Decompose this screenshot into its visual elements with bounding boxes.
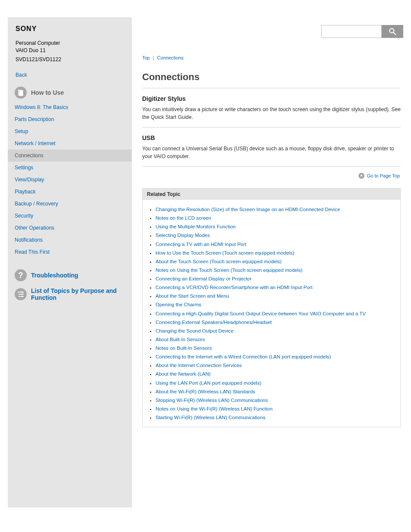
sidebar-item[interactable]: Read This First bbox=[8, 246, 132, 258]
sidebar-item[interactable]: Notifications bbox=[8, 234, 132, 246]
related-link[interactable]: Connecting External Speakers/Headphones/… bbox=[156, 320, 272, 325]
search-button[interactable] bbox=[382, 25, 403, 38]
sidebar-item-link[interactable]: View/Display bbox=[8, 174, 132, 186]
related-list: Changing the Resolution (Size) of the Sc… bbox=[143, 200, 400, 427]
related-item: Connecting an External Display or Projec… bbox=[156, 274, 396, 283]
sidebar-item-link[interactable]: Read This First bbox=[8, 246, 132, 258]
related-link[interactable]: Connecting to the Internet with a Wired … bbox=[156, 354, 331, 359]
related-item: Notes on Built-In Sensors bbox=[156, 344, 396, 352]
related-item: Notes on Using the Wi-Fi(R) (Wireless LA… bbox=[156, 404, 396, 413]
sidebar-item[interactable]: Connections bbox=[8, 149, 132, 162]
sidebar-item[interactable]: Settings bbox=[8, 162, 132, 174]
go-to-top[interactable]: Go to Page Top bbox=[142, 167, 401, 188]
sidebar-item[interactable]: Playback bbox=[8, 186, 132, 198]
sidebar-nav-list: Windows 8: The BasicsParts DescriptionSe… bbox=[8, 101, 132, 258]
nav-functions-row[interactable]: List of Topics by Purpose and Function bbox=[15, 287, 132, 301]
related-link[interactable]: Changing the Resolution (Size) of the Sc… bbox=[156, 207, 340, 212]
svg-rect-10 bbox=[19, 296, 20, 297]
related-link[interactable]: Changing the Sound Output Device bbox=[156, 328, 234, 333]
sidebar-item-link[interactable]: Network / Internet bbox=[8, 137, 132, 149]
breadcrumb-current: Connections bbox=[157, 55, 184, 60]
related-item: Stopping Wi-Fi(R) (Wireless LAN) Communi… bbox=[156, 396, 396, 404]
nav-troubleshooting-link[interactable]: Troubleshooting bbox=[31, 272, 78, 279]
related-link[interactable]: Using the Multiple Monitors Function bbox=[156, 224, 236, 229]
sidebar-item[interactable]: Security bbox=[8, 210, 132, 222]
sidebar-item-link[interactable]: Backup / Recovery bbox=[8, 198, 132, 210]
related-link[interactable]: Notes on Using the Wi-Fi(R) (Wireless LA… bbox=[156, 406, 273, 411]
related-link[interactable]: About the Wi-Fi(R) (Wireless LAN) Standa… bbox=[156, 389, 255, 394]
sidebar-item[interactable]: Network / Internet bbox=[8, 137, 132, 149]
related-item: Connecting External Speakers/Headphones/… bbox=[156, 318, 396, 327]
sidebar-item-link[interactable]: Security bbox=[8, 210, 132, 222]
related-link[interactable]: About the Internet Connection Services bbox=[156, 363, 242, 368]
related-link[interactable]: Connecting a VCR/DVD Recorder/Smartphone… bbox=[156, 285, 312, 290]
related-link[interactable]: Opening the Charms bbox=[156, 302, 201, 307]
nav-secondary: ? Troubleshooting L bbox=[8, 269, 132, 301]
search-input[interactable] bbox=[321, 25, 382, 38]
sidebar-item-link[interactable]: Other Operations bbox=[8, 222, 132, 234]
sidebar-item[interactable]: Windows 8: The Basics bbox=[8, 101, 132, 113]
related-item: How to Use the Touch Screen (Touch scree… bbox=[156, 249, 396, 257]
back-link[interactable]: Back bbox=[16, 72, 132, 78]
related-topics: Related Topic Changing the Resolution (S… bbox=[142, 188, 401, 427]
breadcrumb: Top | Connections bbox=[142, 55, 401, 60]
related-link[interactable]: Connecting an External Display or Projec… bbox=[156, 276, 252, 281]
section-body: You can connect a Universal Serial Bus (… bbox=[142, 145, 401, 160]
svg-text:?: ? bbox=[19, 271, 23, 280]
sidebar-item-link[interactable]: Setup bbox=[8, 125, 132, 137]
related-link[interactable]: Starting Wi-Fi(R) (Wireless LAN) Communi… bbox=[156, 415, 265, 420]
section-heading: Digitizer Stylus bbox=[142, 95, 401, 102]
sidebar-item[interactable]: Backup / Recovery bbox=[8, 198, 132, 210]
sidebar-item-link[interactable]: Windows 8: The Basics bbox=[8, 101, 132, 113]
sidebar-item[interactable]: View/Display bbox=[8, 174, 132, 186]
related-item: About the Touch Screen (Touch screen equ… bbox=[156, 257, 396, 266]
related-item: About the Start Screen and Menu bbox=[156, 292, 396, 300]
sidebar-item-link[interactable]: Settings bbox=[8, 162, 132, 174]
sidebar-item-link[interactable]: Notifications bbox=[8, 234, 132, 246]
nav-functions-link[interactable]: List of Topics by Purpose and Function bbox=[31, 287, 132, 301]
related-link[interactable]: About the Touch Screen (Touch screen equ… bbox=[156, 259, 282, 264]
sidebar-item[interactable]: Other Operations bbox=[8, 222, 132, 234]
related-link[interactable]: Connecting a TV with an HDMI Input Port bbox=[156, 242, 246, 247]
related-item: Opening the Charms bbox=[156, 300, 396, 309]
related-item: Connecting to the Internet with a Wired … bbox=[156, 352, 396, 361]
sidebar-item[interactable]: Setup bbox=[8, 125, 132, 137]
related-item: About the Wi-Fi(R) (Wireless LAN) Standa… bbox=[156, 387, 396, 396]
related-item: About the Network (LAN) bbox=[156, 370, 396, 378]
sidebar-item-link[interactable]: Parts Description bbox=[8, 113, 132, 125]
brand-text: SONY bbox=[16, 25, 37, 32]
related-link[interactable]: About the Network (LAN) bbox=[156, 371, 211, 376]
search-bar bbox=[321, 25, 403, 38]
section-heading: USB bbox=[142, 134, 401, 141]
related-link[interactable]: About the Start Screen and Menu bbox=[156, 293, 229, 299]
section: USBYou can connect a Universal Serial Bu… bbox=[142, 127, 401, 166]
related-link[interactable]: About Built-In Sensors bbox=[156, 337, 205, 342]
related-link[interactable]: Notes on Built-In Sensors bbox=[156, 345, 212, 351]
go-to-top-link[interactable]: Go to Page Top bbox=[367, 173, 400, 178]
related-link[interactable]: Selecting Display Modes bbox=[156, 233, 210, 238]
related-link[interactable]: Using the LAN Port (LAN port equipped mo… bbox=[156, 380, 261, 386]
related-item: Notes on the LCD screen bbox=[156, 214, 396, 222]
related-item: About the Internet Connection Services bbox=[156, 361, 396, 370]
sidebar-item-link[interactable]: Playback bbox=[8, 186, 132, 198]
related-item: Using the Multiple Monitors Function bbox=[156, 222, 396, 231]
sidebar-item-link[interactable]: Connections bbox=[8, 149, 132, 162]
sidebar: SONY Personal Computer VAIO Duo 11 SVD11… bbox=[8, 17, 132, 507]
section-body: You can intuitively draw a picture or wr… bbox=[142, 106, 401, 121]
related-link[interactable]: Stopping Wi-Fi(R) (Wireless LAN) Communi… bbox=[156, 398, 268, 403]
svg-rect-11 bbox=[20, 296, 24, 297]
nav-troubleshooting-row[interactable]: ? Troubleshooting bbox=[15, 269, 132, 281]
related-header: Related Topic bbox=[143, 189, 400, 200]
section: Digitizer StylusYou can intuitively draw… bbox=[142, 88, 401, 127]
related-link[interactable]: Notes on Using the Touch Screen (Touch s… bbox=[156, 268, 302, 273]
related-link[interactable]: Notes on the LCD screen bbox=[156, 215, 211, 221]
related-item: Changing the Resolution (Size) of the Sc… bbox=[156, 205, 396, 214]
product-block: Personal Computer VAIO Duo 11 SVD1121/SV… bbox=[16, 40, 132, 62]
breadcrumb-parent[interactable]: Top bbox=[142, 55, 150, 60]
related-link[interactable]: Connecting a High-Quality Digital Sound … bbox=[156, 311, 366, 316]
main-content: Top | Connections Connections Digitizer … bbox=[142, 17, 401, 427]
question-icon: ? bbox=[15, 269, 27, 281]
related-link[interactable]: How to Use the Touch Screen (Touch scree… bbox=[156, 250, 294, 255]
sidebar-item[interactable]: Parts Description bbox=[8, 113, 132, 125]
svg-rect-9 bbox=[20, 294, 24, 295]
